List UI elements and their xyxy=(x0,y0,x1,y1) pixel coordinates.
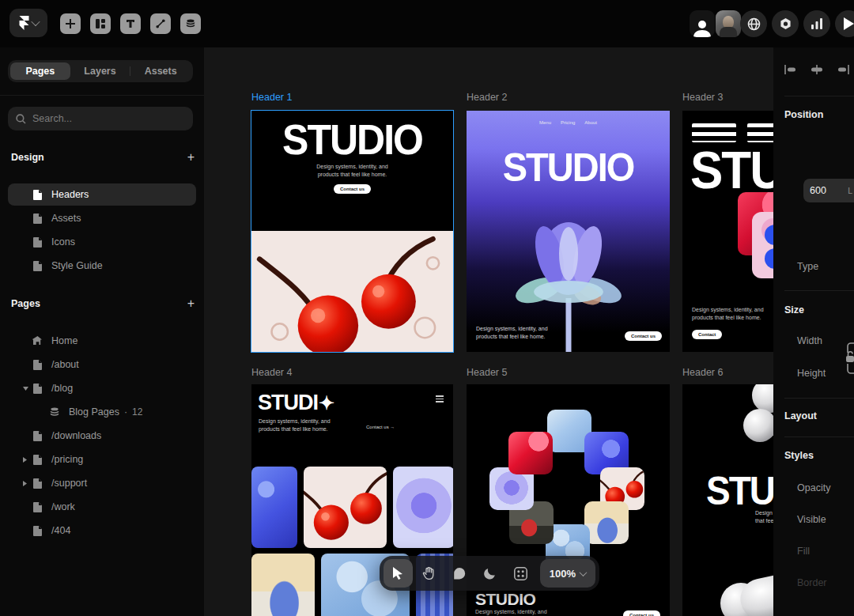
sidebar-item-blog[interactable]: /blog xyxy=(8,377,196,399)
search-input[interactable] xyxy=(32,113,185,124)
pan-hand-tool[interactable] xyxy=(414,559,444,588)
contact-button[interactable]: Contact xyxy=(692,330,722,339)
chevron-down-icon[interactable] xyxy=(23,387,29,391)
nav-link-pricing[interactable]: Pricing xyxy=(561,120,575,125)
user-avatar[interactable] xyxy=(690,10,715,37)
sidebar-item-home[interactable]: Home xyxy=(8,330,196,352)
add-design-page-button[interactable]: + xyxy=(187,151,195,164)
lock-aspect-icon[interactable] xyxy=(846,342,854,378)
top-toolbar xyxy=(0,0,854,47)
home-icon xyxy=(32,336,43,346)
contact-button[interactable]: Contact us xyxy=(625,331,662,341)
collaborator-avatar[interactable] xyxy=(716,10,741,37)
sidebar-divider xyxy=(0,95,204,96)
cms-tool-button[interactable] xyxy=(180,13,201,34)
sidebar-item-headers[interactable]: Headers xyxy=(8,183,196,206)
hero-tagline: Design systems, identity, and products t… xyxy=(692,306,773,322)
hero-logo: STUDI ✦ xyxy=(258,391,334,415)
search-box[interactable] xyxy=(8,107,193,130)
design-section-header: Design + xyxy=(11,151,195,164)
sidebar-item-about[interactable]: /about xyxy=(8,353,196,376)
chevron-right-icon[interactable] xyxy=(23,457,29,463)
globe-icon xyxy=(747,17,761,31)
layout-columns-icon xyxy=(96,19,105,28)
sidebar-item-pricing[interactable]: /pricing xyxy=(8,448,196,471)
frame-header-6[interactable]: STUDIO Design systems, identity, and pro… xyxy=(682,384,773,616)
tab-pages[interactable]: Pages xyxy=(10,62,70,80)
sidebar-item-assets[interactable]: Assets xyxy=(8,207,196,229)
nav-link-menu[interactable]: Menu xyxy=(539,120,551,125)
sidebar-item-downloads[interactable]: /downloads xyxy=(8,425,196,447)
contact-button[interactable]: Contact us xyxy=(623,610,660,616)
frame-label-header-2[interactable]: Header 2 xyxy=(467,92,507,103)
dark-mode-toggle[interactable] xyxy=(475,559,504,588)
sidebar-item-style-guide[interactable]: Style Guide xyxy=(8,255,196,277)
settings-button[interactable] xyxy=(772,10,799,37)
chevron-down-icon xyxy=(31,17,40,26)
person-icon xyxy=(693,18,711,37)
tab-layers[interactable]: Layers xyxy=(70,62,130,80)
frame-label-header-6[interactable]: Header 6 xyxy=(682,367,723,378)
insert-plus-button[interactable] xyxy=(60,13,81,34)
hero-title: STUDIO xyxy=(475,590,535,609)
align-left-icon[interactable] xyxy=(784,65,799,74)
nav-link-about[interactable]: About xyxy=(584,120,597,125)
hero-nav: Menu Pricing About xyxy=(467,120,670,125)
position-x-input[interactable]: 600 L xyxy=(803,179,854,202)
sidebar-item-work[interactable]: /work xyxy=(8,496,196,518)
canvas[interactable]: Header 1 Header 2 Header 3 STUDIO Design… xyxy=(204,47,773,616)
collection-count-badge: 12 xyxy=(132,406,142,418)
frame-label-header-1[interactable]: Header 1 xyxy=(251,92,292,103)
hamburger-menu-icon[interactable] xyxy=(436,395,444,402)
framer-logo-menu-button[interactable] xyxy=(9,9,47,37)
search-icon xyxy=(16,114,26,124)
chevron-right-icon[interactable] xyxy=(23,481,29,486)
position-x-value: 600 xyxy=(810,185,826,196)
sidebar-item-404[interactable]: /404 xyxy=(8,520,196,542)
styles-section-title: Styles xyxy=(784,450,814,461)
sidebar-item-icons[interactable]: Icons xyxy=(8,231,196,253)
type-label: Type xyxy=(797,261,818,272)
inspector-divider xyxy=(784,96,854,96)
comment-tool[interactable] xyxy=(445,559,474,588)
visible-label: Visible xyxy=(797,514,826,525)
frame-header-3[interactable]: STUDIO Design systems, identity, and pro… xyxy=(682,111,773,352)
layout-tool-button[interactable] xyxy=(90,13,111,34)
text-tool-icon xyxy=(126,19,135,28)
preview-play-button[interactable] xyxy=(835,10,854,37)
analytics-button[interactable] xyxy=(803,10,830,37)
sidebar-item-label: Headers xyxy=(51,189,89,200)
sidebar-item-support[interactable]: /support xyxy=(8,472,196,494)
frame-label-header-3[interactable]: Header 3 xyxy=(682,92,723,103)
blue-circle xyxy=(765,248,773,269)
align-center-icon[interactable] xyxy=(810,65,824,74)
components-grid-button[interactable] xyxy=(506,559,535,588)
play-icon xyxy=(843,17,854,30)
sidebar-item-blog-pages[interactable]: Blog Pages · 12 xyxy=(8,401,196,423)
chrome-blob-cluster xyxy=(722,384,773,474)
gallery-tile-blue-blob xyxy=(251,467,297,548)
ring-tile-car xyxy=(584,501,629,544)
align-right-icon[interactable] xyxy=(835,65,849,74)
size-section-title: Size xyxy=(784,304,804,316)
frame-header-2[interactable]: Menu Pricing About STUDIO Design s xyxy=(467,111,670,352)
add-page-button[interactable]: + xyxy=(187,297,195,310)
contact-link[interactable]: Contact us → xyxy=(366,425,395,429)
publish-globe-button[interactable] xyxy=(740,10,767,37)
hero-title: STUDIO xyxy=(282,119,422,161)
page-icon xyxy=(32,360,43,370)
frame-header-1[interactable]: STUDIO Design systems, identity, and pro… xyxy=(251,111,453,352)
zoom-control[interactable]: 100% xyxy=(540,559,595,588)
width-label: Width xyxy=(797,335,822,346)
frame-label-header-5[interactable]: Header 5 xyxy=(467,367,507,378)
dot-separator: · xyxy=(124,406,127,418)
text-tool-button[interactable] xyxy=(120,13,141,34)
page-icon xyxy=(32,526,43,536)
cms-database-icon xyxy=(186,19,195,28)
tab-assets[interactable]: Assets xyxy=(130,62,191,80)
frame-label-header-4[interactable]: Header 4 xyxy=(251,367,292,378)
settings-nut-icon xyxy=(779,17,792,31)
vector-tool-button[interactable] xyxy=(150,13,171,34)
contact-button[interactable]: Contact us xyxy=(334,184,371,194)
select-cursor-tool[interactable] xyxy=(384,559,413,588)
